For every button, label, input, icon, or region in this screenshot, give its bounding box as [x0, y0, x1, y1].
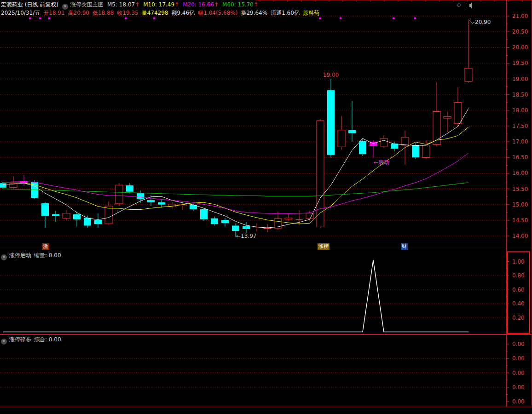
y-axis-label: 19.50	[512, 60, 528, 66]
candle-down	[412, 145, 419, 157]
y-axis-label: 14.50	[512, 217, 528, 224]
collapse-panel3-icon[interactable]: ∨	[1, 339, 7, 345]
y-axis-label: 18.00	[512, 107, 528, 114]
high-annotation-hook	[469, 20, 474, 23]
candle-down	[232, 225, 239, 231]
up-arrow-icon: ↑	[214, 1, 219, 8]
candle-down	[147, 200, 155, 202]
panel3-axis-label: 0.00	[512, 384, 525, 391]
candle-down	[126, 185, 133, 192]
signal-dot	[414, 17, 416, 19]
y-axis-label: 20.00	[512, 44, 528, 51]
quote-field-3: 低18.88	[93, 10, 114, 16]
candle-down	[221, 220, 229, 223]
candle-up	[264, 228, 271, 229]
panel2-signal-line	[3, 260, 468, 332]
up-arrow-icon: ↑	[254, 1, 258, 8]
quote-field-4: 收19.35	[117, 10, 138, 16]
panel2-axis-label: 0.40	[512, 300, 525, 307]
candle-up	[338, 130, 345, 147]
quote-field-0: 2025/10/31/五	[1, 10, 40, 16]
ma-values: M5: 18.07↑M10: 17.49↑M20: 16.66↑M60: 15.…	[107, 1, 262, 8]
candle-down	[211, 218, 218, 224]
quote-field-5: 量474298	[142, 10, 168, 16]
event-tag-1[interactable]: 涨榜	[318, 243, 330, 250]
quote-field-7: 幅1.04(5.68%)	[198, 10, 237, 16]
panel2-axis-label: 0.60	[512, 287, 525, 293]
signal-dot	[340, 17, 341, 19]
panel3-header: ∨涨停碎步综合: 0.00	[1, 336, 64, 345]
event-tag-0[interactable]: 激	[42, 243, 49, 250]
candle-down	[327, 90, 335, 155]
ma-item-0: M5: 18.07↑	[107, 1, 139, 8]
collapse-panel2-icon[interactable]: ∨	[1, 254, 7, 260]
y-axis-label: 16.00	[512, 170, 528, 176]
y-axis-label: 15.00	[512, 201, 528, 208]
candle-down	[348, 130, 356, 133]
y-axis-label: 20.50	[512, 29, 528, 35]
y-axis-label: 14.00	[512, 233, 528, 239]
panel3-axis-label: 0.00	[512, 355, 525, 362]
separator-panel2-panel3	[0, 334, 532, 335]
panel2-axis-label: 0.80	[512, 272, 525, 279]
up-arrow-icon: ↑	[135, 1, 139, 8]
quote-field-10: 原料药	[303, 10, 319, 16]
quote-field-1: 开18.91	[43, 10, 64, 16]
candle-down	[243, 226, 250, 229]
panel3-title: 涨停碎步	[9, 336, 31, 343]
signal-dot	[39, 17, 41, 19]
candle-up	[63, 213, 70, 218]
stock-title: 宏源药业 (日线.前复权)	[1, 1, 58, 8]
ma5-line	[3, 109, 468, 228]
candle-down	[359, 141, 366, 154]
panel2-param: 缩量: 0.00	[34, 252, 61, 259]
candle-up	[380, 138, 387, 146]
ma-item-3: M60: 15.70↑	[222, 1, 258, 8]
panel3-axis-label: 0.00	[512, 341, 525, 347]
quote-field-2: 高20.90	[68, 10, 89, 16]
low-annotation: ←13.97	[236, 233, 256, 239]
chart-canvas	[0, 0, 532, 414]
y-axis-label: 17.50	[512, 123, 528, 129]
candle-up	[105, 206, 112, 224]
candle-up	[422, 145, 430, 157]
y-axis-label: 15.50	[512, 186, 528, 192]
signal-dot	[153, 17, 155, 19]
candle-down	[41, 203, 49, 216]
event-tag-2[interactable]: 财	[401, 243, 408, 250]
y-axis-label: 19.00	[512, 76, 528, 82]
panel3-axis-label: 0.00	[512, 370, 525, 376]
panel2-title: 涨停启动	[9, 252, 31, 259]
diamond-icon[interactable]: ◇	[457, 1, 461, 8]
candle-down	[0, 183, 6, 188]
y-axis-label: 17.00	[512, 138, 528, 145]
panel3-axis-label: 0.00	[512, 398, 525, 405]
launch-annotation: ←启动	[374, 159, 389, 167]
candle-down	[73, 214, 81, 219]
candle-up	[454, 103, 462, 124]
split-panel-icon[interactable]	[466, 3, 472, 8]
candle-down	[94, 220, 102, 224]
candle-up	[401, 138, 409, 145]
panel2-axis-label: 1.00	[512, 259, 525, 265]
candle-down	[52, 214, 59, 216]
signal-dot	[48, 17, 50, 19]
quote-field-6: 额9.46亿	[171, 10, 195, 16]
candle-up	[465, 68, 472, 81]
candle-up	[116, 185, 123, 204]
panel2-axis-label: 0.20	[512, 315, 525, 321]
candle-down	[137, 193, 144, 199]
header-line2: 2025/10/31/五开18.91高20.90低18.88收19.35量474…	[1, 9, 323, 17]
candle-down	[200, 209, 208, 219]
split-panel-icon-bar	[469, 4, 471, 7]
day-high-annotation: 19.00	[319, 72, 342, 78]
signal-dot	[319, 17, 321, 19]
ma-item-2: M20: 16.66↑	[183, 1, 219, 8]
header-line1: 宏源药业 (日线.前复权)∨涨停突围主图M5: 18.07↑M10: 17.49…	[1, 1, 262, 10]
main-indicator-name: 涨停突围主图	[70, 1, 104, 8]
candle-up	[285, 218, 292, 219]
signal-dot	[393, 17, 394, 19]
signal-dot	[125, 17, 127, 19]
quote-field-9: 流通1.60亿	[271, 10, 300, 16]
candle-down	[84, 218, 91, 225]
